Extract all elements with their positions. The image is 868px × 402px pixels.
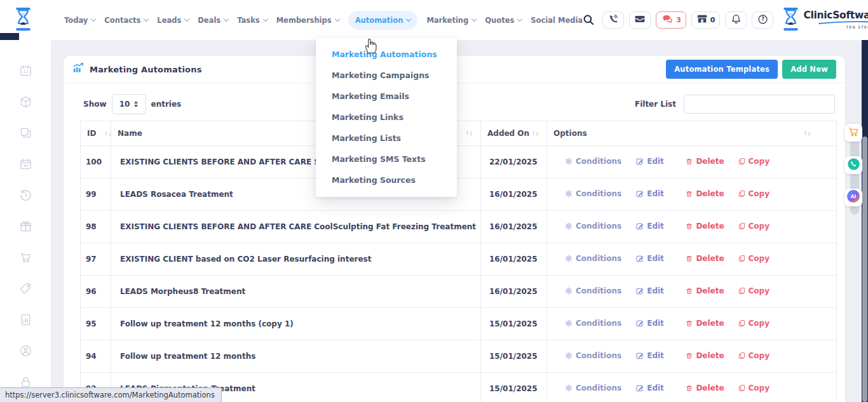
layers-icon xyxy=(19,130,32,142)
store-button[interactable]: 0 xyxy=(691,11,721,29)
edit-icon xyxy=(636,222,644,230)
edit-link[interactable]: Edit xyxy=(636,189,675,198)
copy-link[interactable]: Copy xyxy=(738,384,770,392)
col-header-options[interactable]: Options↑↓ xyxy=(547,121,837,146)
nav-item-marketing[interactable]: Marketing xyxy=(426,16,476,25)
svg-text:?: ? xyxy=(761,17,764,22)
nav-item-leads[interactable]: Leads xyxy=(157,16,189,25)
delete-link[interactable]: Delete xyxy=(686,286,728,295)
edit-link[interactable]: Edit xyxy=(636,157,675,166)
copy-link[interactable]: Copy xyxy=(738,286,770,295)
filter-input[interactable] xyxy=(684,95,835,114)
conditions-link[interactable]: Conditions xyxy=(565,384,626,392)
sidebar-item-calendar-event-icon[interactable] xyxy=(19,157,32,171)
whatsapp-icon xyxy=(846,156,862,175)
conditions-link[interactable]: Conditions xyxy=(565,286,626,295)
copy-link[interactable]: Copy xyxy=(738,157,770,166)
nav-item-deals[interactable]: Deals xyxy=(198,16,228,25)
conditions-link[interactable]: Conditions xyxy=(565,189,626,198)
edit-link[interactable]: Edit xyxy=(636,286,675,295)
sidebar-item-calendar-12-icon[interactable]: 12 xyxy=(19,64,32,77)
conditions-link[interactable]: Conditions xyxy=(565,157,626,166)
sidebar-item-cube-icon[interactable] xyxy=(19,95,32,109)
menu-item-marketing-emails[interactable]: Marketing Emails xyxy=(316,86,457,107)
app: Today Contacts Leads Deals Tasks Members… xyxy=(0,0,868,402)
notifications-button[interactable] xyxy=(725,11,747,29)
copy-icon xyxy=(738,255,745,262)
floating-cart-button[interactable] xyxy=(844,124,862,142)
copy-icon xyxy=(738,222,745,230)
delete-link[interactable]: Delete xyxy=(686,351,728,360)
chat-button[interactable]: 3 xyxy=(656,11,686,29)
automation-templates-button[interactable]: Automation Templates xyxy=(666,60,778,79)
nav-item-today[interactable]: Today xyxy=(64,16,95,25)
menu-item-marketing-lists[interactable]: Marketing Lists xyxy=(316,128,457,149)
copy-link[interactable]: Copy xyxy=(738,222,770,231)
menu-item-marketing-sources[interactable]: Marketing Sources xyxy=(316,170,457,191)
nav-item-automation[interactable]: Automation xyxy=(348,11,418,30)
copy-link[interactable]: Copy xyxy=(738,319,770,328)
table-header-row: ID↑↓ Name↑↓ Added On↑↓ Options↑↓ xyxy=(81,121,837,146)
search-icon[interactable] xyxy=(583,14,595,26)
inbox-button[interactable] xyxy=(629,11,651,29)
col-header-added-on[interactable]: Added On↑↓ xyxy=(481,121,547,146)
add-new-button[interactable]: Add New xyxy=(782,60,836,79)
menu-item-marketing-links[interactable]: Marketing Links xyxy=(316,107,457,128)
menu-item-marketing-campaigns[interactable]: Marketing Campaigns xyxy=(316,65,457,86)
delete-link[interactable]: Delete xyxy=(686,319,728,328)
brand-hourglass-logo[interactable] xyxy=(14,7,32,34)
menu-item-marketing-sms-texts[interactable]: Marketing SMS Texts xyxy=(316,149,457,170)
delete-link[interactable]: Delete xyxy=(686,222,728,231)
edit-icon xyxy=(636,190,644,198)
phone-button[interactable] xyxy=(602,11,624,29)
sidebar-item-support-icon[interactable] xyxy=(19,344,32,358)
delete-link[interactable]: Delete xyxy=(686,384,728,392)
chart-icon xyxy=(72,62,84,76)
copy-link[interactable]: Copy xyxy=(738,254,770,263)
cart-icon xyxy=(19,255,32,267)
delete-icon xyxy=(686,287,693,295)
delete-icon xyxy=(686,157,693,165)
copy-link[interactable]: Copy xyxy=(738,351,770,360)
delete-link[interactable]: Delete xyxy=(686,189,728,198)
conditions-link[interactable]: Conditions xyxy=(565,222,626,231)
menu-item-marketing-automations[interactable]: Marketing Automations xyxy=(316,44,457,65)
cell-added-on: 15/01/2025 xyxy=(481,340,547,373)
sidebar-item-cart-icon[interactable] xyxy=(19,251,32,264)
scrollbar[interactable] xyxy=(862,137,867,402)
edit-link[interactable]: Edit xyxy=(636,384,675,392)
nav-item-memberships[interactable]: Memberships xyxy=(276,16,339,25)
edit-link[interactable]: Edit xyxy=(636,222,675,231)
sidebar-item-report-icon[interactable] xyxy=(19,313,32,326)
floating-phone-button[interactable] xyxy=(844,156,862,174)
svg-text:12: 12 xyxy=(23,69,29,74)
cell-options: Conditions Edit Delete Copy xyxy=(547,276,837,308)
conditions-link[interactable]: Conditions xyxy=(565,254,626,263)
chevron-down-icon xyxy=(471,17,477,22)
sidebar-item-layers-icon[interactable] xyxy=(19,126,32,140)
col-header-id[interactable]: ID↑↓ xyxy=(81,121,111,146)
edit-link[interactable]: Edit xyxy=(636,351,675,360)
sidebar-item-history-icon[interactable] xyxy=(19,189,32,202)
header-action-buttons: 3 0 ? xyxy=(602,11,773,29)
sidebar-item-tag-icon[interactable] xyxy=(19,282,32,295)
sidebar-item-lock-icon[interactable] xyxy=(19,375,32,389)
conditions-link[interactable]: Conditions xyxy=(565,351,626,360)
copy-link[interactable]: Copy xyxy=(738,189,770,198)
help-button[interactable]: ? xyxy=(752,11,773,29)
clinicsoftware-logo[interactable]: ClinicSoftware .com TEN STEPS AHEAD xyxy=(782,7,868,34)
entries-select[interactable]: 10 xyxy=(112,94,146,114)
conditions-link[interactable]: Conditions xyxy=(565,319,626,328)
edit-link[interactable]: Edit xyxy=(636,319,675,328)
edit-link[interactable]: Edit xyxy=(636,254,675,263)
nav-item-contacts[interactable]: Contacts xyxy=(104,16,148,25)
nav-item-label: Today xyxy=(64,16,88,25)
nav-item-label: Contacts xyxy=(104,16,140,25)
nav-item-social-media[interactable]: Social Media xyxy=(531,16,583,25)
delete-link[interactable]: Delete xyxy=(686,254,728,263)
nav-item-tasks[interactable]: Tasks xyxy=(237,16,267,25)
delete-link[interactable]: Delete xyxy=(686,157,728,166)
sidebar-item-gift-icon[interactable] xyxy=(19,220,32,233)
nav-item-quotes[interactable]: Quotes xyxy=(485,16,522,25)
floating-ai-button[interactable]: AI xyxy=(844,189,862,206)
